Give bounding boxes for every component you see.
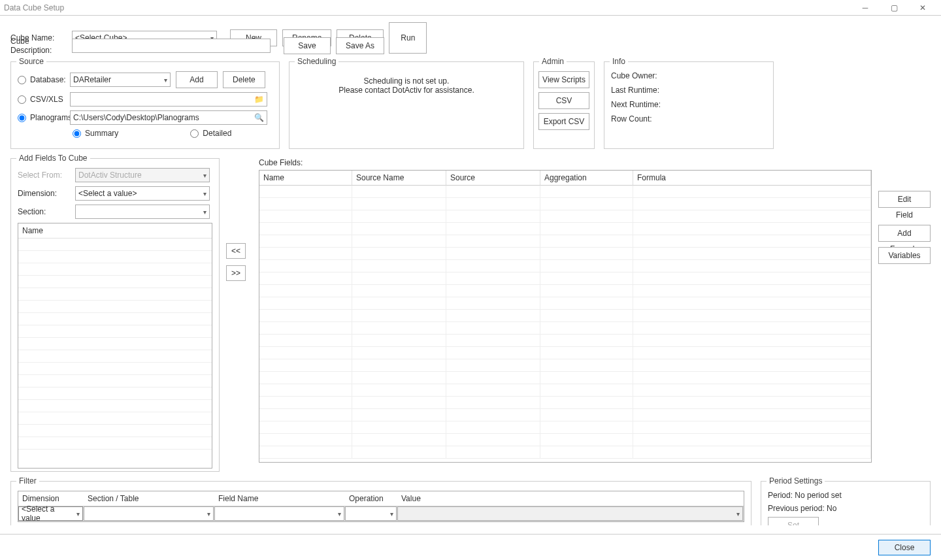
next-runtime-label: Next Runtime:	[611, 100, 767, 109]
filter-col-section[interactable]: Section / Table	[84, 491, 214, 506]
planograms-path-input[interactable]: C:\Users\Cody\Desktop\Planograms🔍	[70, 110, 267, 125]
list-row[interactable]	[18, 313, 212, 325]
close-window-button[interactable]: ✕	[908, 0, 937, 16]
list-row[interactable]	[18, 251, 212, 263]
summary-radio[interactable]: Summary	[73, 129, 118, 138]
database-radio[interactable]: Database:	[18, 75, 65, 84]
table-row[interactable]	[259, 223, 871, 235]
table-row[interactable]	[259, 198, 871, 210]
view-scripts-button[interactable]: View Scripts	[538, 71, 589, 88]
cube-desc-label: Cube Description:	[10, 37, 67, 55]
table-row[interactable]	[259, 310, 871, 322]
list-row[interactable]	[18, 437, 212, 450]
col-source[interactable]: Source	[446, 171, 540, 186]
scheduling-line2: Please contact DotActiv for assistance.	[296, 86, 517, 95]
delete-db-button[interactable]: Delete	[223, 71, 265, 88]
minimize-button[interactable]: ─	[851, 0, 880, 16]
set-period-button[interactable]: Set Period	[768, 517, 819, 525]
filter-title: Filter	[16, 476, 39, 486]
table-row[interactable]	[259, 384, 871, 397]
list-row[interactable]	[18, 301, 212, 313]
search-icon[interactable]: 🔍	[254, 113, 264, 122]
col-name[interactable]: Name	[259, 171, 352, 186]
table-row[interactable]	[259, 409, 871, 421]
table-row[interactable]	[259, 421, 871, 434]
col-source-name[interactable]: Source Name	[352, 171, 446, 186]
filter-operation-select[interactable]: ▾	[345, 506, 397, 521]
filter-group: Filter Dimension Section / Table Field N…	[10, 481, 751, 525]
table-row[interactable]	[259, 210, 871, 223]
section-select[interactable]: ▾	[75, 205, 210, 219]
table-row[interactable]	[259, 235, 871, 248]
list-row[interactable]	[18, 288, 212, 301]
list-row[interactable]	[18, 412, 212, 425]
folder-icon[interactable]: 📁	[254, 95, 264, 104]
planograms-radio[interactable]: Planograms:	[18, 113, 65, 122]
filter-col-operation[interactable]: Operation	[345, 491, 397, 506]
export-csv-button[interactable]: Export CSV	[538, 113, 589, 130]
csv-path-input[interactable]: 📁	[70, 92, 267, 107]
table-row[interactable]	[259, 446, 871, 459]
list-row[interactable]	[18, 325, 212, 338]
table-row[interactable]	[259, 297, 871, 310]
table-row[interactable]	[259, 260, 871, 272]
csv-delimiter-button[interactable]: CSV Delimiter	[538, 92, 589, 109]
prev-period-label: Previous period: No	[768, 504, 923, 513]
list-header-name: Name	[18, 223, 212, 239]
col-aggregation[interactable]: Aggregation	[540, 171, 633, 186]
list-row[interactable]	[18, 350, 212, 363]
table-row[interactable]	[259, 397, 871, 409]
cube-desc-input[interactable]	[72, 39, 271, 53]
filter-field-select[interactable]: ▾	[214, 506, 344, 521]
csv-radio[interactable]: CSV/XLS	[18, 95, 65, 104]
table-row[interactable]	[259, 272, 871, 285]
list-row[interactable]	[18, 387, 212, 400]
list-row[interactable]	[18, 338, 212, 350]
row-count-label: Row Count:	[611, 114, 767, 124]
available-fields-list[interactable]: Name	[18, 223, 212, 469]
table-row[interactable]	[259, 434, 871, 446]
filter-section-select[interactable]: ▾	[84, 506, 214, 521]
admin-group: Admin View Scripts CSV Delimiter Export …	[533, 61, 595, 149]
list-row[interactable]	[18, 239, 212, 251]
list-row[interactable]	[18, 375, 212, 387]
filter-dimension-select[interactable]: <Select a value▾	[18, 506, 83, 521]
filter-col-value[interactable]: Value	[397, 491, 744, 506]
table-row[interactable]	[259, 248, 871, 260]
add-db-button[interactable]: Add	[176, 71, 218, 88]
list-row[interactable]	[18, 263, 212, 276]
table-row[interactable]	[259, 372, 871, 384]
table-row[interactable]	[259, 322, 871, 335]
table-row[interactable]	[259, 186, 871, 198]
maximize-button[interactable]: ▢	[880, 0, 908, 16]
database-select[interactable]: DARetailer▾	[70, 73, 171, 87]
add-fields-title: Add Fields To Cube	[16, 154, 90, 163]
variables-button[interactable]: Variables	[878, 247, 931, 264]
info-group: Info Cube Owner: Last Runtime: Next Runt…	[604, 61, 774, 149]
titlebar: Data Cube Setup ─ ▢ ✕	[0, 0, 941, 16]
save-button[interactable]: Save	[284, 37, 331, 54]
list-row[interactable]	[18, 276, 212, 288]
filter-value-select[interactable]: ▾	[397, 506, 743, 521]
col-formula[interactable]: Formula	[633, 171, 871, 186]
save-as-button[interactable]: Save As	[336, 37, 384, 54]
run-button[interactable]: Run	[389, 22, 427, 54]
add-formula-button[interactable]: Add Formula	[878, 225, 931, 242]
list-row[interactable]	[18, 400, 212, 412]
dimension-select[interactable]: <Select a value>▾	[75, 186, 210, 201]
detailed-radio[interactable]: Detailed	[190, 129, 231, 138]
list-row[interactable]	[18, 425, 212, 437]
move-left-button[interactable]: <<	[226, 243, 246, 259]
source-group-title: Source	[16, 57, 46, 66]
list-row[interactable]	[18, 363, 212, 375]
table-row[interactable]	[259, 359, 871, 372]
table-row[interactable]	[259, 285, 871, 297]
table-row[interactable]	[259, 335, 871, 347]
edit-field-button[interactable]: Edit Field	[878, 191, 931, 208]
cube-fields-table[interactable]: Name Source Name Source Aggregation Form…	[259, 170, 872, 463]
chevron-down-icon: ▾	[203, 172, 206, 179]
filter-col-field[interactable]: Field Name	[214, 491, 345, 506]
move-right-button[interactable]: >>	[226, 265, 246, 281]
chevron-down-icon: ▾	[164, 76, 167, 84]
table-row[interactable]	[259, 347, 871, 359]
